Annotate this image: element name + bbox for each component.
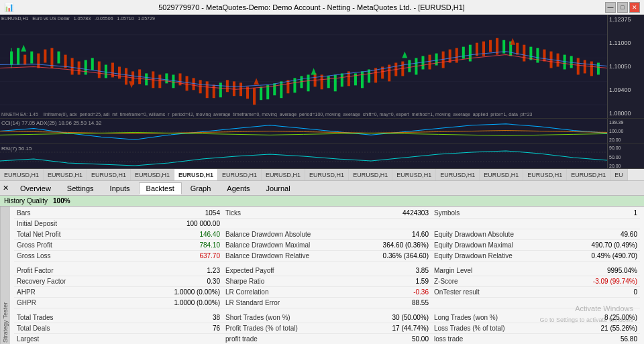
- stats-col2: Ticks 4424303 Balance Drawdown Absolute …: [223, 208, 431, 344]
- stat-empty-1: [223, 219, 431, 229]
- stat-equity-drawdown-rel: Equity Drawdown Relative 0.49% (490.70): [431, 251, 640, 262]
- svg-rect-14: [71, 58, 74, 75]
- symbol-tab-14[interactable]: EURUSD,H1: [567, 169, 610, 180]
- tab-inputs[interactable]: Inputs: [103, 182, 138, 194]
- rsi-scale: 90.00 50.00 20.00: [607, 144, 644, 169]
- price-scale: 1.12375 1.11000 1.10050 1.09400 1.08000: [607, 15, 644, 118]
- close-button[interactable]: ✕: [629, 2, 640, 13]
- panel-close-icon[interactable]: ✕: [3, 184, 9, 192]
- price-chart-svg: [0, 15, 607, 118]
- svg-marker-93: [21, 45, 26, 52]
- svg-rect-76: [489, 40, 492, 52]
- panel-header: History Quality 100%: [0, 196, 644, 207]
- svg-rect-29: [172, 74, 174, 88]
- svg-rect-12: [57, 52, 60, 64]
- tab-agents[interactable]: Agents: [219, 182, 257, 194]
- strategy-tab-bar: ✕ Overview Settings Inputs Backtest Grap…: [0, 181, 644, 196]
- svg-rect-72: [462, 47, 465, 59]
- svg-rect-91: [590, 62, 593, 76]
- svg-rect-36: [219, 82, 222, 97]
- svg-rect-7: [23, 55, 26, 65]
- stats-col1: Bars 1054 Initial Deposit 100 000.00 Tot…: [14, 208, 223, 344]
- symbol-tab-8[interactable]: EURUSD,H1: [305, 169, 349, 180]
- svg-rect-49: [307, 74, 310, 91]
- stat-equity-drawdown-abs: Equity Drawdown Absolute 49.60: [431, 229, 640, 240]
- stat-balance-drawdown-rel: Balance Drawdown Relative 0.36% (364.60): [223, 251, 431, 262]
- svg-rect-86: [557, 54, 559, 67]
- svg-rect-87: [564, 55, 566, 70]
- title-bar: 📊 5029779970 - MetaQuotes-Demo: Demo Acc…: [0, 0, 644, 15]
- window-controls: — □ ✕: [605, 2, 640, 13]
- tab-overview[interactable]: Overview: [13, 182, 58, 194]
- svg-rect-11: [50, 48, 53, 68]
- tab-journal[interactable]: Journal: [259, 182, 298, 194]
- symbol-tab-4[interactable]: EURUSD,H1: [131, 169, 174, 180]
- stat-ahpr: AHPR 1.0000 (0.00%): [14, 287, 223, 298]
- svg-rect-84: [543, 50, 545, 62]
- svg-rect-83: [536, 48, 539, 63]
- svg-marker-97: [402, 52, 407, 58]
- svg-rect-35: [213, 84, 215, 98]
- svg-rect-8: [30, 52, 33, 64]
- stat-lr-std-error: LR Standard Error 88.55: [223, 298, 431, 308]
- stat-profit-factor: Profit Factor 1.23: [14, 266, 223, 276]
- svg-rect-66: [421, 56, 424, 70]
- cci-chart: CCI(14) 77.05 ADX(25) 18.96 25.53 14.32 …: [0, 119, 644, 144]
- symbol-tab-eu[interactable]: EU: [610, 169, 628, 180]
- stat-equity-drawdown-max: Equity Drawdown Maximal 490.70 (0.49%): [431, 240, 640, 251]
- stat-ghpr: GHPR 1.0000 (0.00%): [14, 298, 223, 308]
- maximize-button[interactable]: □: [617, 2, 628, 13]
- stat-balance-drawdown-abs: Balance Drawdown Absolute 14.60: [223, 229, 431, 240]
- svg-rect-18: [98, 62, 101, 78]
- svg-rect-42: [260, 87, 262, 100]
- svg-rect-89: [577, 58, 580, 75]
- tab-settings[interactable]: Settings: [60, 182, 101, 194]
- symbol-tab-2[interactable]: EURUSD,H1: [44, 169, 87, 180]
- stat-ticks: Ticks 4424303: [223, 208, 431, 219]
- svg-rect-38: [233, 81, 235, 96]
- tab-graph[interactable]: Graph: [183, 182, 219, 194]
- stat-expected-payoff: Expected Payoff 3.85: [223, 266, 431, 276]
- symbol-tab-13[interactable]: EURUSD,H1: [523, 169, 567, 180]
- svg-rect-31: [186, 76, 189, 91]
- tab-backtest[interactable]: Backtest: [139, 182, 182, 194]
- svg-rect-81: [523, 45, 525, 62]
- stat-largest-label: Largest: [14, 334, 223, 344]
- strategy-tester-panel: ✕ Overview Settings Inputs Backtest Grap…: [0, 181, 644, 344]
- symbol-tab-3[interactable]: EURUSD,H1: [87, 169, 131, 180]
- svg-rect-68: [435, 54, 438, 66]
- rsi-svg: [0, 144, 607, 169]
- symbol-tab-12[interactable]: EURUSD,H1: [480, 169, 523, 180]
- main-price-chart[interactable]: EURUSD,H1 Euro vs US Dollar 1.05783 -0.0…: [0, 15, 644, 119]
- symbol-tab-11[interactable]: EURUSD,H1: [436, 169, 480, 180]
- stat-empty-3: [431, 298, 640, 308]
- symbol-tab-5[interactable]: EURUSD,H1: [174, 169, 218, 180]
- indicator-params-label: NINETH EA: 1.45 _ llnlframe(0), adx_peri…: [1, 112, 532, 117]
- svg-rect-54: [341, 73, 343, 87]
- svg-rect-6: [17, 48, 19, 65]
- svg-rect-82: [529, 47, 532, 60]
- svg-marker-96: [311, 68, 317, 74]
- svg-rect-73: [469, 45, 472, 62]
- stat-initial-deposit: Initial Deposit 100 000.00: [14, 219, 223, 229]
- stat-symbols: Symbols 1: [431, 208, 640, 219]
- symbol-tab-6[interactable]: EURUSD,H1: [218, 169, 262, 180]
- title-icon: 📊: [4, 3, 14, 12]
- stat-profit-trade: profit trade 50.00: [223, 334, 431, 344]
- symbol-tab-10[interactable]: EURUSD,H1: [392, 169, 436, 180]
- svg-rect-10: [44, 50, 46, 63]
- symbol-tab-1[interactable]: EURUSD,H1: [0, 169, 44, 180]
- svg-rect-32: [193, 78, 195, 90]
- minimize-button[interactable]: —: [605, 2, 616, 13]
- svg-rect-28: [165, 73, 168, 83]
- stat-long-trades: Long Trades (won %) 8 (25.00%): [431, 312, 640, 323]
- svg-rect-17: [91, 58, 94, 70]
- rsi-chart: RSI(7) 56.15 90.00 50.00 20.00: [0, 144, 644, 169]
- stats-grid: Bars 1054 Initial Deposit 100 000.00 Tot…: [14, 208, 640, 344]
- svg-rect-52: [327, 76, 330, 88]
- stat-gross-loss: Gross Loss 637.70: [14, 251, 223, 262]
- cci-scale: 139.39 100.00 20.00: [607, 119, 644, 144]
- svg-rect-34: [206, 81, 209, 98]
- symbol-tab-9[interactable]: EURUSD,H1: [349, 169, 392, 180]
- symbol-tab-7[interactable]: EURUSD,H1: [262, 169, 305, 180]
